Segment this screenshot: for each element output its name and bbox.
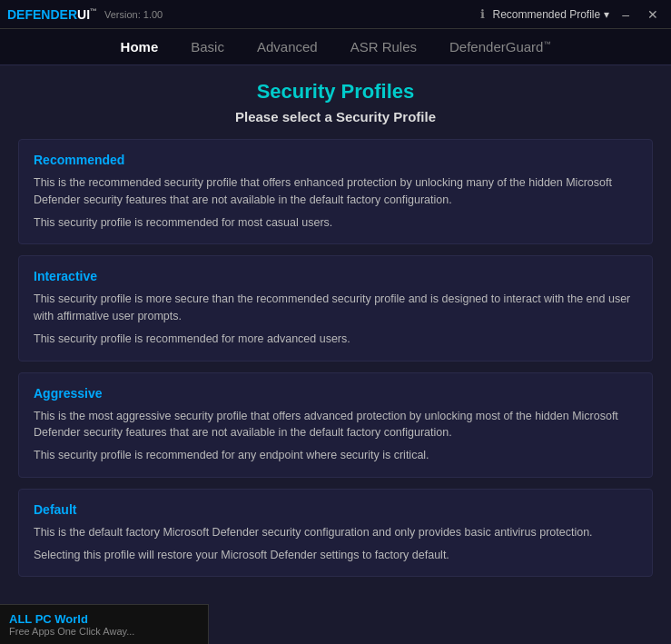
chevron-down-icon: ▾ xyxy=(604,8,609,21)
nav-item-home[interactable]: Home xyxy=(113,35,166,58)
navbar: Home Basic Advanced ASR Rules DefenderGu… xyxy=(0,29,671,65)
page-subtitle: Please select a Security Profile xyxy=(18,109,653,124)
profile-note: This security profile is recommended for… xyxy=(34,447,637,464)
profile-description: This is the default factory Microsoft De… xyxy=(34,524,637,541)
app-name: DEFENDERUI™ xyxy=(7,7,97,22)
profile-card-default[interactable]: DefaultThis is the default factory Micro… xyxy=(18,489,653,578)
profile-description: This security profile is more secure tha… xyxy=(34,291,637,325)
profile-title: Aggressive xyxy=(34,386,637,401)
profile-description: This is the recommended security profile… xyxy=(34,174,637,209)
app-name-suffix: UI xyxy=(77,7,90,22)
titlebar-left: DEFENDERUI™ Version: 1.00 xyxy=(7,7,163,22)
recommended-profile-button[interactable]: Recommended Profile ▾ xyxy=(492,8,609,21)
watermark: ALL PC World Free Apps One Click Away... xyxy=(0,604,209,644)
recommended-profile-label: Recommended Profile xyxy=(492,8,600,21)
profile-card-interactive[interactable]: InteractiveThis security profile is more… xyxy=(18,255,653,361)
profile-title: Default xyxy=(34,502,637,517)
profile-note: This security profile is recommended for… xyxy=(34,331,637,348)
version-label: Version: 1.00 xyxy=(104,9,163,20)
profile-description: This is the most aggressive security pro… xyxy=(34,408,637,442)
profile-title: Recommended xyxy=(34,153,637,167)
titlebar-right: ℹ Recommended Profile ▾ – ✕ xyxy=(480,5,664,24)
profile-title: Interactive xyxy=(34,269,637,283)
profile-card-aggressive[interactable]: AggressiveThis is the most aggressive se… xyxy=(18,372,653,478)
info-icon[interactable]: ℹ xyxy=(480,7,485,21)
profile-note: Selecting this profile will restore your… xyxy=(34,547,637,564)
profile-card-recommended[interactable]: RecommendedThis is the recommended secur… xyxy=(18,139,653,244)
app-trademark: ™ xyxy=(90,7,97,15)
watermark-subtitle: Free Apps One Click Away... xyxy=(9,626,199,637)
main-content: Security Profiles Please select a Securi… xyxy=(0,65,671,644)
titlebar: DEFENDERUI™ Version: 1.00 ℹ Recommended … xyxy=(0,0,671,29)
app-name-prefix: DEFENDER xyxy=(7,7,77,22)
nav-item-basic[interactable]: Basic xyxy=(183,35,232,58)
nav-item-defender-guard[interactable]: DefenderGuard™ xyxy=(442,35,558,58)
profile-note: This security profile is recommended for… xyxy=(34,214,637,232)
close-button[interactable]: ✕ xyxy=(642,5,664,24)
watermark-title: ALL PC World xyxy=(9,612,199,626)
nav-item-advanced[interactable]: Advanced xyxy=(250,35,325,58)
page-title: Security Profiles xyxy=(18,80,653,104)
minimize-button[interactable]: – xyxy=(617,5,635,24)
nav-item-asr-rules[interactable]: ASR Rules xyxy=(343,35,424,58)
